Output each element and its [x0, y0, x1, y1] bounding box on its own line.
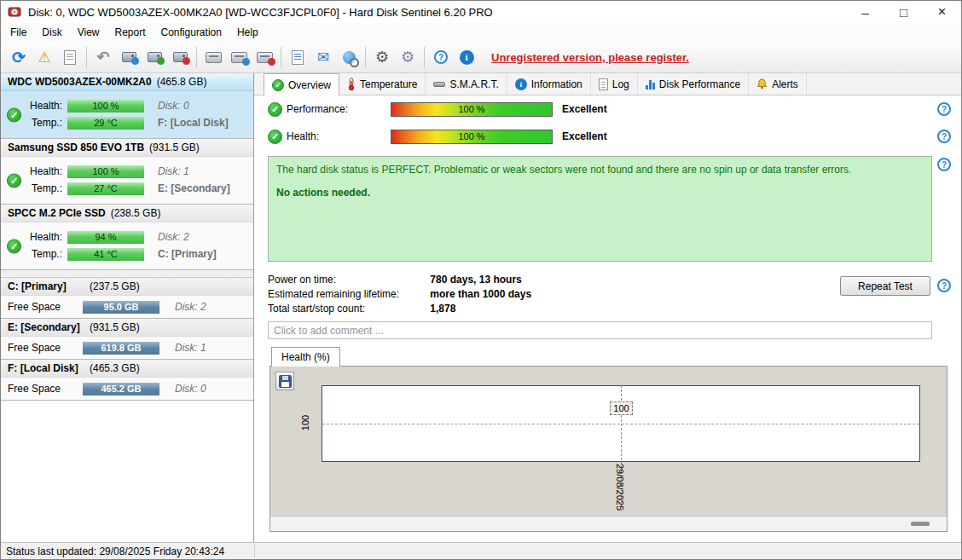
toolbar-separator	[196, 47, 197, 67]
health-rating: Excellent	[562, 130, 607, 142]
tab-information[interactable]: i Information	[507, 73, 591, 95]
gear-icon: ⚙	[375, 48, 389, 66]
disk-item-0[interactable]: WDC WD5003AZEX-00MK2A0 (465.8 GB) ✓ Heal…	[1, 73, 253, 139]
health-ok-icon: ✓	[7, 107, 21, 122]
save-icon	[279, 375, 292, 388]
disk-number: Disk: 0	[149, 100, 253, 112]
repeat-test-button[interactable]: Repeat Test	[840, 276, 930, 296]
temp-bar: 29 °C	[67, 117, 144, 130]
notes-button[interactable]	[285, 45, 310, 70]
tab-temperature[interactable]: Temperature	[339, 73, 426, 95]
stat-power-on-time: Power on time: 780 days, 13 hours	[268, 274, 522, 287]
drive-tools-icon	[231, 52, 247, 63]
disk-status-textbox: The hard disk status is PERFECT. Problem…	[268, 156, 932, 262]
tab-label: Information	[531, 78, 582, 90]
tab-alerts[interactable]: Alerts	[749, 73, 807, 95]
undo-button[interactable]: ↶	[90, 45, 116, 70]
save-chart-button[interactable]	[275, 372, 294, 390]
disk-accept-icon	[148, 52, 162, 62]
disk-item-1[interactable]: Samsung SSD 850 EVO 1TB (931.5 GB) ✓ Hea…	[1, 139, 253, 205]
performance-rating: Excellent	[562, 103, 607, 115]
tab-label: Temperature	[360, 78, 417, 90]
repeat-test-help-icon[interactable]: ?	[937, 279, 951, 292]
drive-test-icon	[257, 52, 273, 63]
web-search-button[interactable]	[336, 45, 362, 70]
health-ok-icon: ✓	[268, 130, 282, 144]
partition-header: E: [Secondary] (931.5 GB)	[1, 319, 253, 337]
app-window: Disk: 0, WDC WD5003AZEX-00MK2A0 [WD-WCC3…	[0, 0, 962, 560]
app-icon	[8, 5, 21, 19]
tab-overview[interactable]: ✓ Overview	[264, 73, 339, 95]
partition-item-c[interactable]: C: [Primary] (237.5 GB) Free Space 95.0 …	[1, 278, 253, 319]
disk-item-2[interactable]: SPCC M.2 PCIe SSD (238.5 GB) ✓ Health: 9…	[1, 205, 253, 270]
tab-log[interactable]: Log	[591, 73, 638, 95]
performance-ok-icon: ✓	[268, 102, 282, 117]
disk-remove-button[interactable]	[167, 45, 193, 70]
partition-header: F: [Local Disk] (465.3 GB)	[1, 360, 253, 378]
disk-number: Disk: 2	[166, 301, 253, 313]
gear-tools-icon: ⚙	[401, 48, 414, 66]
statusbar-divider	[254, 545, 255, 557]
stat-label: Power on time:	[268, 274, 427, 286]
partition-item-f[interactable]: F: [Local Disk] (465.3 GB) Free Space 46…	[1, 360, 253, 401]
menu-help[interactable]: Help	[229, 24, 266, 41]
chart-tab-health[interactable]: Health (%)	[271, 347, 340, 367]
status-action-text: No actions needed.	[276, 187, 924, 199]
stat-start-stop-count: Total start/stop count: 1,878	[268, 303, 455, 316]
tab-disk-performance[interactable]: Disk Performance	[638, 73, 749, 95]
menu-configuration[interactable]: Configuration	[154, 24, 229, 41]
drive-test-button[interactable]	[252, 45, 277, 70]
report-button[interactable]	[57, 45, 83, 70]
mail-button[interactable]: ✉	[310, 45, 336, 70]
sidebar-section-divider	[1, 270, 253, 278]
register-link[interactable]: Unregistered version, please register.	[491, 51, 689, 64]
drive-detect-button[interactable]	[200, 45, 226, 70]
menu-view[interactable]: View	[70, 24, 107, 41]
menu-report[interactable]: Report	[107, 24, 153, 41]
about-button[interactable]: i	[454, 45, 479, 70]
partition-size: (237.5 GB)	[90, 280, 246, 292]
status-text: Status last updated: 29/08/2025 Friday 2…	[6, 546, 224, 557]
info-icon: i	[460, 50, 474, 65]
maximize-button[interactable]: □	[884, 1, 923, 23]
performance-label: Performance:	[282, 103, 391, 115]
status-help-icon[interactable]: ?	[937, 158, 951, 171]
disk-name: Samsung SSD 850 EVO 1TB	[8, 141, 144, 153]
thermometer-icon	[347, 78, 356, 90]
chart-y-tick: 100	[300, 415, 310, 430]
partition-name: E: [Secondary]	[8, 321, 90, 333]
health-ok-icon: ✓	[7, 173, 21, 188]
comment-input[interactable]	[268, 321, 932, 339]
help-button[interactable]: ?	[428, 45, 454, 70]
drive-tools-button[interactable]	[226, 45, 252, 70]
health-help-icon[interactable]: ?	[937, 130, 951, 143]
partition-item-e[interactable]: E: [Secondary] (931.5 GB) Free Space 619…	[1, 319, 253, 360]
tab-smart[interactable]: S.M.A.R.T.	[426, 73, 507, 95]
disk-name: WDC WD5003AZEX-00MK2A0	[8, 76, 152, 88]
drive-letter: C: [Primary]	[149, 248, 253, 260]
disk-accept-button[interactable]	[142, 45, 167, 70]
settings-button[interactable]: ⚙	[369, 45, 395, 70]
refresh-button[interactable]: ⟳	[6, 45, 32, 70]
overview-check-icon: ✓	[272, 79, 284, 91]
smart-icon	[433, 82, 445, 87]
health-bar: 100 %	[67, 165, 144, 178]
performance-help-icon[interactable]: ?	[937, 102, 951, 116]
window-title: Disk: 0, WDC WD5003AZEX-00MK2A0 [WD-WCC3…	[28, 6, 493, 19]
minimize-button[interactable]: –	[846, 1, 884, 23]
close-button[interactable]: ×	[923, 1, 961, 23]
web-search-icon	[343, 51, 356, 64]
tab-label: Alerts	[772, 78, 798, 90]
toolbar-separator	[424, 47, 425, 67]
menu-file[interactable]: File	[3, 24, 34, 41]
preferences-button[interactable]: ⚙	[395, 45, 420, 70]
chart-scrollbar-thumb[interactable]	[911, 522, 930, 526]
menu-disk[interactable]: Disk	[34, 24, 69, 41]
alert-schedule-button[interactable]: ⚠	[32, 45, 57, 70]
health-bar: 100 %	[67, 100, 144, 113]
tab-label: Disk Performance	[659, 78, 740, 90]
disk-number: Disk: 2	[149, 231, 253, 243]
disk-offline-button[interactable]	[116, 45, 142, 70]
disk-header: Samsung SSD 850 EVO 1TB (931.5 GB)	[1, 139, 253, 157]
stat-label: Total start/stop count:	[268, 303, 427, 315]
